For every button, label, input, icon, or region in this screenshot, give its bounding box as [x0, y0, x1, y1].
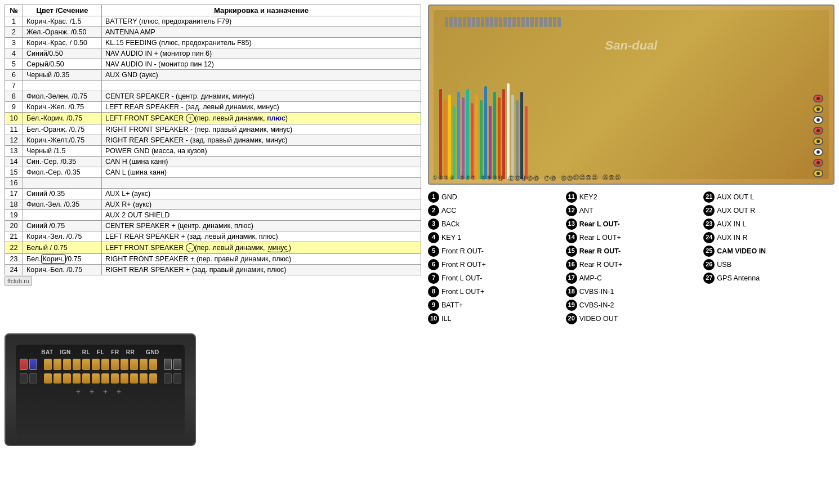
legend-label: Rear R OUT-	[579, 246, 621, 257]
row-desc: RIGHT REAR SPEAKER - (зад. правый динами…	[102, 135, 421, 146]
legend-number: 10	[428, 313, 439, 324]
label-fr: FR	[111, 349, 119, 355]
table-row: 19AUX 2 OUT SHIELD	[5, 210, 421, 221]
row-color: Синий /0.75	[23, 221, 102, 231]
legend-label: GND	[441, 191, 457, 203]
legend-label: CVBS-IN-2	[579, 300, 614, 311]
legend-number: 2	[428, 205, 439, 216]
row-color: Жел.-Оранж. /0.50	[23, 27, 102, 38]
row-num: 8	[5, 91, 23, 102]
legend-number: 12	[566, 205, 577, 216]
device-board: San-dual	[434, 10, 829, 179]
legend-number: 13	[566, 218, 577, 230]
legend-item: 12ANT	[566, 205, 697, 216]
row-desc: RIGHT FRONT SPEAKER + (пер. правый динам…	[102, 254, 421, 265]
row-color: Корич.-Жел. /0.75	[23, 102, 102, 113]
row-num: 10	[5, 113, 23, 124]
table-row: 1Корич.-Крас. /1.5BATTERY (плюс, предохр…	[5, 16, 421, 27]
legend-label: AUX IN L	[717, 218, 746, 230]
legend-label: AUX IN R	[717, 232, 747, 243]
device-image: San-dual	[428, 5, 834, 185]
legend-number: 27	[703, 273, 715, 284]
upper-pins	[20, 359, 181, 370]
table-row: 16	[5, 178, 421, 189]
legend-col-2: 11KEY212ANT13Rear L OUT-14Rear L OUT+15R…	[566, 191, 697, 324]
row-color: Фиол.-Зел. /0.35	[23, 199, 102, 210]
legend-label: Front R OUT+	[441, 259, 486, 270]
row-desc: LEFT REAR SPEAKER - (зад. левый динамик,…	[102, 102, 421, 113]
table-row: 21Корич.-Зел. /0.75LEFT REAR SPEAKER + (…	[5, 231, 421, 242]
row-color: Синий /0.35	[23, 189, 102, 199]
label-gnd: GND	[146, 349, 159, 355]
table-row: 20Синий /0.75CENTER SPEAKER + (центр. ди…	[5, 221, 421, 231]
legend-label: BACk	[441, 218, 459, 230]
plus-signs: + + + +	[76, 387, 124, 396]
legend-item: 20VIDEO OUT	[566, 313, 697, 324]
row-desc: RIGHT FRONT SPEAKER - (пер. правый динам…	[102, 124, 421, 135]
row-num: 15	[5, 167, 23, 178]
table-row: 15Фиол.-Сер. /0.35CAN L (шина канн)	[5, 167, 421, 178]
legend-number: 17	[566, 273, 577, 284]
legend-number: 21	[703, 191, 715, 203]
row-num: 3	[5, 38, 23, 48]
table-row: 23Бел.Корич./0.75RIGHT FRONT SPEAKER + (…	[5, 254, 421, 265]
connector-labels: BAT IGN RL FL FR RR GND	[41, 349, 159, 355]
device-watermark: San-dual	[605, 38, 658, 53]
left-section: № Цвет /Сечение Маркировка и назначение …	[5, 5, 421, 324]
legend-label: CAM VIDEO IN	[717, 246, 766, 257]
legend-label: BATT+	[441, 300, 463, 311]
table-row: 22Белый / 0.75LEFT FRONT SPEAKER -(пер. …	[5, 242, 421, 254]
row-desc: CAN H (шина канн)	[102, 157, 421, 167]
label-bat: BAT	[41, 349, 53, 355]
legend-number: 20	[566, 313, 577, 324]
legend-item: 23AUX IN L	[703, 218, 834, 230]
row-color: Корич.-Крас. / 0.50	[23, 38, 102, 48]
row-num: 4	[5, 48, 23, 59]
row-desc: NAV AUDIO IN + (монитор пин 6)	[102, 48, 421, 59]
legend-label: AMP-C	[579, 273, 602, 284]
row-desc: AUX L+ (аукс)	[102, 189, 421, 199]
row-num: 9	[5, 102, 23, 113]
legend-item: 15Rear R OUT-	[566, 246, 697, 257]
legend-col-3: 21AUX OUT L22AUX OUT R23AUX IN L24AUX IN…	[703, 191, 834, 324]
label-ign: IGN	[60, 349, 70, 355]
row-num: 1	[5, 16, 23, 27]
row-desc: AUX GND (аукс)	[102, 70, 421, 81]
row-num: 17	[5, 189, 23, 199]
header-color: Цвет /Сечение	[23, 5, 102, 16]
row-desc: BATTERY (плюс, предохранитель F79)	[102, 16, 421, 27]
row-num: 14	[5, 157, 23, 167]
row-color: Белый / 0.75	[23, 242, 102, 254]
row-desc: LEFT FRONT SPEAKER +(пер. левый динамик,…	[102, 113, 421, 124]
legend-number: 1	[428, 191, 439, 203]
legend-number: 6	[428, 259, 439, 270]
number-labels: ①②③④ ⑤⑥⑦ ⑧⑨⑩⑪ ⑫⑬⑭⑮⑯ ⑰⑱ ⑲⑳㉑㉒㉓㉔ ㉕㉖㉗	[432, 175, 830, 182]
table-row: 5Серый/0.50NAV AUDIO IN - (монитор пин 1…	[5, 59, 421, 70]
legend-label: Rear L OUT+	[579, 232, 621, 243]
legend-number: 3	[428, 218, 439, 230]
legend-number: 16	[566, 259, 577, 270]
table-row: 7	[5, 81, 421, 91]
legend-label: KEY 1	[441, 232, 461, 243]
legend-label: Front L OUT-	[441, 273, 482, 284]
legend-label: Rear R OUT+	[579, 259, 623, 270]
legend-item: 11KEY2	[566, 191, 697, 203]
legend-number: 14	[566, 232, 577, 243]
table-row: 13Черный /1.5POWER GND (масса, на кузов)	[5, 146, 421, 157]
legend-item: 27GPS Antenna	[703, 273, 834, 284]
row-color: Черный /0.35	[23, 70, 102, 81]
row-color: Черный /1.5	[23, 146, 102, 157]
row-color: Корич.-Бел. /0.75	[23, 265, 102, 275]
row-num: 24	[5, 265, 23, 275]
legend-label: CVBS-IN-1	[579, 286, 614, 297]
legend-number: 11	[566, 191, 577, 203]
table-row: 8Фиол.-Зелен. /0.75CENTER SPEAKER - (цен…	[5, 91, 421, 102]
table-row: 4Синий/0.50NAV AUDIO IN + (монитор пин 6…	[5, 48, 421, 59]
row-color: Фиол.-Зелен. /0.75	[23, 91, 102, 102]
row-num: 12	[5, 135, 23, 146]
right-section: San-dual	[428, 5, 834, 324]
table-row: 24Корич.-Бел. /0.75RIGHT REAR SPEAKER + …	[5, 265, 421, 275]
label-fl: FL	[97, 349, 104, 355]
row-desc: CAN L (шина канн)	[102, 167, 421, 178]
legend-item: 2ACC	[428, 205, 559, 216]
